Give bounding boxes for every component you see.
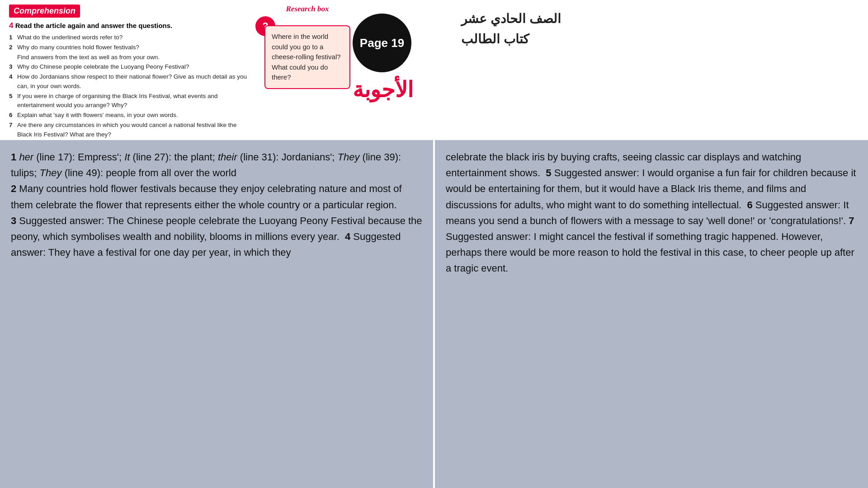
questions-list: 1 What do the underlined words refer to?… (9, 33, 253, 140)
question-1: 1 What do the underlined words refer to? (9, 33, 253, 42)
page-circle: Page 19 (353, 14, 411, 72)
arabic-answers: الأجوبة (353, 77, 413, 102)
research-box-label: Research box (286, 5, 329, 14)
question-4: 4 How do Jordanians show respect to thei… (9, 72, 253, 91)
research-box: Where in the world could you go to a che… (264, 25, 350, 89)
answer-col-right: celebrate the black iris by buying craft… (433, 140, 868, 488)
question-header: 4 Read the article again and answer the … (9, 21, 253, 30)
answer-col-left: 1 her (line 17): Empress'; It (line 27):… (0, 140, 433, 488)
comprehension-col: Comprehension 4 Read the article again a… (9, 5, 262, 136)
top-section: Comprehension 4 Read the article again a… (0, 0, 868, 140)
comprehension-badge: Comprehension (9, 5, 80, 18)
section-title: Read the article again and answer the qu… (15, 22, 173, 29)
arabic-title-line1: الصف الحادي عشر (461, 9, 561, 29)
research-box-col: Research box ? Where in the world could … (262, 5, 353, 136)
bottom-section: 1 her (line 17): Empress'; It (line 27):… (0, 140, 868, 488)
question-7: 7 Are there any circumstances in which y… (9, 121, 253, 140)
research-box-container: ? Where in the world could you go to a c… (264, 25, 350, 89)
section-number: 4 (9, 21, 13, 30)
answer-right-text: celebrate the black iris by buying craft… (446, 149, 857, 277)
question-3: 3 Why do Chinese people celebrate the Lu… (9, 62, 253, 72)
question-2: 2 Why do many countries hold flower fest… (9, 43, 253, 52)
answer-left-text: 1 her (line 17): Empress'; It (line 27):… (11, 149, 422, 260)
arabic-title-line2: كتاب الطالب (461, 29, 529, 50)
research-box-text: Where in the world could you go to a che… (272, 33, 341, 81)
arabic-header-col: الصف الحادي عشر كتاب الطالب Page 19 الأج… (353, 5, 859, 136)
question-5: 5 If you were in charge of organising th… (9, 92, 253, 111)
question-2-sub: Find answers from the text as well as fr… (17, 53, 253, 62)
question-6: 6 Explain what 'say it with flowers' mea… (9, 111, 253, 120)
